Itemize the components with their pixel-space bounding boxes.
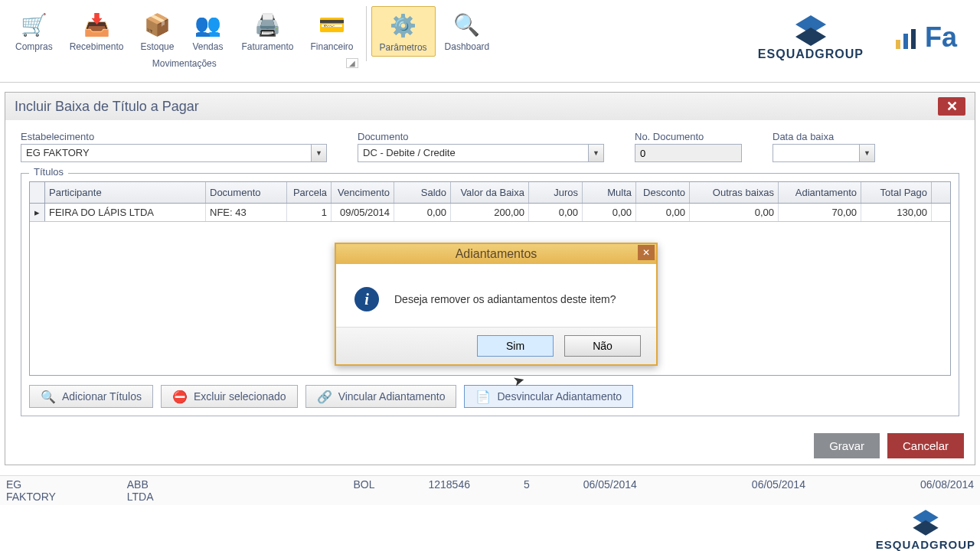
status-row: EG FAKTORY ABB LTDA BOL 1218546 5 06/05/… xyxy=(0,475,980,505)
col-multa[interactable]: Multa xyxy=(583,182,636,203)
ribbon-financeiro[interactable]: 💳 Financeiro xyxy=(303,6,361,55)
cancelar-button[interactable]: Cancelar xyxy=(887,433,964,458)
col-parcela[interactable]: Parcela xyxy=(287,182,332,203)
adiantamentos-dialog: Adiantamentos ✕ i Deseja remover os adia… xyxy=(335,243,658,366)
ribbon-group-movimentacoes: 🛒 Compras 📥 Recebimento 📦 Estoque 👥 Vend… xyxy=(8,6,361,69)
printer-icon: 🖨️ xyxy=(252,9,283,40)
svg-rect-4 xyxy=(911,29,916,49)
esquadgroup-logo: ESQUADGROUP xyxy=(758,14,864,61)
ribbon-recebimento[interactable]: 📥 Recebimento xyxy=(62,6,132,55)
dialog-message: Deseja remover os adiantamentos deste it… xyxy=(394,293,616,305)
unlink-icon: 📄 xyxy=(475,389,491,404)
row-selector-icon[interactable]: ▸ xyxy=(30,204,45,221)
inbox-icon: 📥 xyxy=(81,9,112,40)
chevron-down-icon[interactable]: ▼ xyxy=(860,144,875,162)
documento-label: Documento xyxy=(358,131,604,142)
ribbon-compras[interactable]: 🛒 Compras xyxy=(8,6,60,55)
col-juros[interactable]: Juros xyxy=(529,182,583,203)
documento-dropdown[interactable]: DC - Debite / Credite ▼ xyxy=(358,144,604,162)
col-valor-baixa[interactable]: Valor da Baixa xyxy=(451,182,529,203)
no-documento-input[interactable] xyxy=(635,144,742,162)
people-icon: 👥 xyxy=(192,9,223,40)
dialog-nao-button[interactable]: Não xyxy=(564,335,641,357)
close-button[interactable]: ✕ xyxy=(938,97,965,116)
ribbon-toolbar: 🛒 Compras 📥 Recebimento 📦 Estoque 👥 Vend… xyxy=(0,0,980,83)
col-total-pago[interactable]: Total Pago xyxy=(861,182,932,203)
dialog-title: Adiantamentos ✕ xyxy=(336,244,656,264)
adicionar-titulos-button[interactable]: 🔍 Adicionar Títulos xyxy=(29,385,153,408)
fa-logo: Fa xyxy=(894,21,957,54)
table-row[interactable]: ▸ FEIRA DO LÁPIS LTDA NFE: 43 1 09/05/20… xyxy=(30,204,950,222)
ribbon-group-label: Movimentações xyxy=(152,58,217,69)
ribbon-estoque[interactable]: 📦 Estoque xyxy=(132,6,181,55)
svg-rect-2 xyxy=(896,40,900,49)
ribbon-faturamento[interactable]: 🖨️ Faturamento xyxy=(234,6,301,55)
svg-marker-1 xyxy=(795,28,826,46)
ribbon-vendas[interactable]: 👥 Vendas xyxy=(183,6,232,55)
col-participante[interactable]: Participante xyxy=(45,182,206,203)
estabelecimento-label: Estabelecimento xyxy=(21,131,327,142)
chevron-down-icon[interactable]: ▼ xyxy=(312,144,327,162)
money-icon: 💳 xyxy=(317,9,348,40)
desvincular-adiantamento-button[interactable]: 📄 Desvincular Adiantamento xyxy=(464,385,633,408)
child-window-title: Incluir Baixa de Título a Pagar ✕ xyxy=(5,93,975,120)
col-adiantamento[interactable]: Adiantamento xyxy=(779,182,861,203)
info-icon: i xyxy=(354,287,379,311)
col-saldo[interactable]: Saldo xyxy=(394,182,451,203)
ribbon-parametros[interactable]: ⚙️ Parâmetros xyxy=(371,6,436,57)
col-vencimento[interactable]: Vencimento xyxy=(332,182,394,203)
estabelecimento-dropdown[interactable]: EG FAKTORY ▼ xyxy=(21,144,327,162)
chevron-down-icon[interactable]: ▼ xyxy=(589,144,604,162)
no-documento-label: No. Documento xyxy=(635,131,742,142)
footer-logo: ESQUADGROUP xyxy=(876,507,975,551)
vincular-adiantamento-button[interactable]: 🔗 Vincular Adiantamento xyxy=(305,385,457,408)
cart-icon: 🛒 xyxy=(18,9,49,40)
link-icon: 🔗 xyxy=(317,389,332,404)
ribbon-expand-icon[interactable]: ◢ xyxy=(346,58,358,68)
delete-icon: ⛔ xyxy=(172,389,188,404)
data-baixa-dropdown[interactable]: ▼ xyxy=(773,144,875,162)
excluir-selecionado-button[interactable]: ⛔ Excluir selecionado xyxy=(161,385,298,408)
col-desconto[interactable]: Desconto xyxy=(636,182,690,203)
col-documento[interactable]: Documento xyxy=(206,182,287,203)
gravar-button[interactable]: Gravar xyxy=(814,433,880,458)
dialog-sim-button[interactable]: Sim xyxy=(477,335,554,357)
search-add-icon: 🔍 xyxy=(41,389,56,404)
svg-rect-3 xyxy=(903,34,908,49)
gear-icon: ⚙️ xyxy=(388,10,419,41)
data-baixa-label: Data da baixa xyxy=(773,131,875,142)
dialog-close-button[interactable]: ✕ xyxy=(638,245,655,260)
titulos-legend: Títulos xyxy=(29,166,68,178)
ribbon-dashboard[interactable]: 🔍 Dashboard xyxy=(437,6,498,57)
svg-marker-6 xyxy=(913,520,938,536)
chart-search-icon: 🔍 xyxy=(452,9,482,40)
box-icon: 📦 xyxy=(142,9,172,40)
col-outras-baixas[interactable]: Outras baixas xyxy=(690,182,779,203)
